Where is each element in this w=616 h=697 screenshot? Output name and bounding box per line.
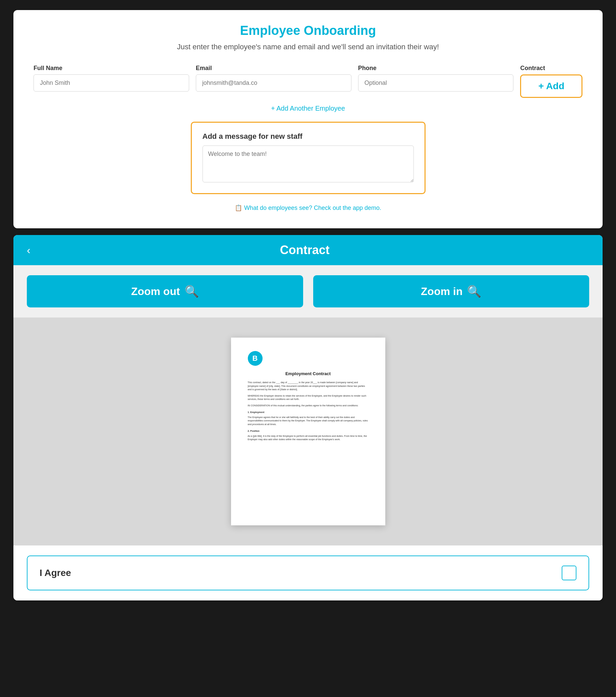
employee-form-row: Full Name Email Phone Contract + Add: [33, 65, 583, 98]
agree-text: I Agree: [40, 567, 71, 578]
zoom-in-icon: 🔍: [467, 285, 481, 298]
agree-checkbox[interactable]: [562, 566, 576, 580]
zoom-out-icon: 🔍: [185, 285, 199, 298]
doc-section1-title: 1. Employment: [248, 411, 368, 414]
email-input[interactable]: [196, 74, 351, 91]
agree-box: I Agree: [27, 555, 589, 590]
agree-section: I Agree: [13, 546, 603, 600]
email-label: Email: [196, 65, 351, 72]
document-paper: B Employment Contract This contract, dat…: [231, 338, 385, 525]
doc-paragraph2: WHEREAS the Employer desires to retain t…: [248, 394, 368, 401]
message-textarea[interactable]: [203, 146, 414, 182]
contract-field-group: Contract + Add: [520, 65, 583, 98]
contract-header: ‹ Contract: [13, 235, 603, 265]
doc-logo: B: [248, 351, 263, 366]
doc-section2-body: As a [job title], it is the duty of the …: [248, 434, 368, 442]
zoom-in-label: Zoom in: [421, 285, 463, 298]
zoom-out-label: Zoom out: [131, 285, 180, 298]
zoom-controls: Zoom out 🔍 Zoom in 🔍: [13, 265, 603, 317]
doc-title: Employment Contract: [248, 371, 368, 376]
name-label: Full Name: [33, 65, 189, 72]
phone-field-group: Phone: [358, 65, 514, 91]
app-demo-link[interactable]: 📋What do employees see? Check out the ap…: [235, 205, 381, 211]
phone-input[interactable]: [358, 74, 514, 91]
doc-section1-body: The Employee agrees that he or she will …: [248, 416, 368, 427]
zoom-out-button[interactable]: Zoom out 🔍: [27, 275, 303, 308]
phone-label: Phone: [358, 65, 514, 72]
message-section-title: Add a message for new staff: [203, 132, 414, 141]
contract-panel: ‹ Contract Zoom out 🔍 Zoom in 🔍 B Employ…: [13, 235, 603, 600]
document-area: B Employment Contract This contract, dat…: [13, 317, 603, 546]
doc-body: This contract, dated on the ___ day of _…: [248, 381, 368, 442]
zoom-in-button[interactable]: Zoom in 🔍: [313, 275, 589, 308]
doc-paragraph1: This contract, dated on the ___ day of _…: [248, 381, 368, 391]
back-button[interactable]: ‹: [27, 244, 30, 256]
page-subtitle: Just enter the employee's name and email…: [33, 43, 583, 51]
contract-add-button[interactable]: + Add: [520, 74, 583, 98]
name-input[interactable]: [33, 74, 189, 91]
contract-header-title: Contract: [37, 243, 572, 257]
doc-section2-title: 2. Position: [248, 429, 368, 433]
email-field-group: Email: [196, 65, 351, 91]
onboarding-panel: Employee Onboarding Just enter the emplo…: [13, 10, 603, 228]
add-employee-link[interactable]: + Add Another Employee: [271, 105, 345, 112]
app-demo-section: 📋What do employees see? Check out the ap…: [33, 204, 583, 211]
add-employee-section: + Add Another Employee: [33, 105, 583, 112]
message-section: Add a message for new staff: [191, 122, 426, 194]
demo-icon: 📋: [235, 205, 242, 211]
contract-add-label: + Add: [538, 81, 564, 91]
demo-link-text: What do employees see? Check out the app…: [244, 205, 381, 211]
contract-label: Contract: [520, 65, 583, 72]
name-field-group: Full Name: [33, 65, 189, 91]
doc-paragraph3: IN CONSIDERATION of this mutual understa…: [248, 404, 368, 408]
page-title: Employee Onboarding: [33, 24, 583, 38]
